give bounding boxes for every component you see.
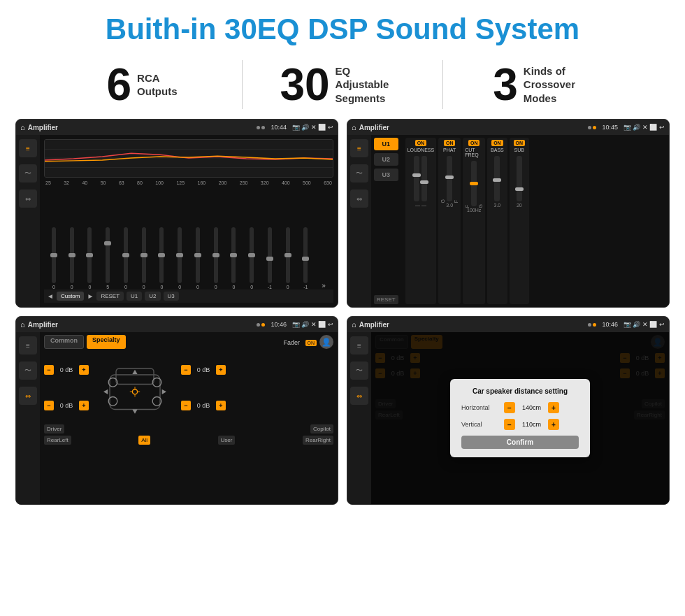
stat-crossover-number: 3 (493, 62, 518, 107)
home-icon-2[interactable]: ⌂ (352, 123, 356, 131)
eq-sidebar: ≡ 〜 ⇔ (16, 135, 40, 307)
freq-125: 125 (176, 180, 185, 185)
profile-icon[interactable]: 👤 (319, 335, 333, 349)
left-ch2-minus[interactable]: − (44, 401, 54, 410)
u1-btn[interactable]: U1 (374, 138, 398, 150)
slider-track-10[interactable] (214, 227, 218, 283)
right-ch2-minus[interactable]: − (181, 401, 191, 410)
dialog-vertical-minus[interactable]: − (504, 419, 515, 430)
eq-u3-btn[interactable]: U3 (164, 292, 179, 301)
fader-sidebar-icon-2[interactable]: 〜 (19, 361, 37, 380)
dot5 (257, 323, 260, 327)
left-ch2-plus[interactable]: + (79, 401, 89, 410)
slider-track-13[interactable] (268, 227, 272, 283)
crossover-sidebar-icon-2[interactable]: 〜 (350, 164, 368, 182)
panel-phat: ON PHAT G F 3.0 (438, 138, 461, 304)
home-icon-4[interactable]: ⌂ (352, 320, 356, 329)
cutfreq-slider-1[interactable] (471, 161, 477, 206)
page-title: Buith-in 30EQ DSP Sound System (7, 13, 678, 46)
right-ch2-plus[interactable]: + (216, 401, 226, 410)
right-ch1-plus[interactable]: + (216, 365, 226, 375)
fader-label: Fader ON (284, 335, 317, 349)
eq-sidebar-icon-1[interactable]: ≡ (19, 139, 37, 157)
dialog-vertical-label: Vertical (461, 421, 500, 428)
slider-track-6[interactable] (142, 227, 146, 283)
eq-reset-btn[interactable]: RESET (96, 292, 124, 301)
fader-sidebar-icon-1[interactable]: ≡ (19, 336, 37, 354)
eq-custom-btn[interactable]: Custom (57, 292, 85, 301)
sub-value: 20 (517, 203, 522, 208)
slider-track-9[interactable] (196, 227, 200, 283)
slider-val-3: 0 (88, 285, 91, 289)
slider-track-2[interactable] (70, 227, 74, 283)
panel-loudness: ON LOUDNESS — — (405, 138, 437, 304)
tab-common[interactable]: Common (44, 335, 84, 349)
slider-val-14: 0 (287, 285, 289, 289)
slider-track-5[interactable] (124, 227, 128, 283)
eq-u1-btn[interactable]: U1 (127, 292, 142, 301)
slider-col-2: 0 (64, 227, 80, 289)
slider-col-15: -1 (298, 227, 315, 289)
left-ch1-plus[interactable]: + (79, 365, 89, 375)
slider-val-9: 0 (196, 285, 199, 289)
reset-btn[interactable]: RESET (374, 295, 398, 304)
slider-track-12[interactable] (250, 227, 254, 283)
svg-marker-17 (103, 389, 108, 394)
slider-track-3[interactable] (87, 227, 92, 283)
crossover-sidebar-icon-1[interactable]: ≡ (350, 139, 368, 157)
sub-slider-1[interactable] (517, 156, 522, 201)
home-icon-1[interactable]: ⌂ (20, 123, 25, 131)
dialog-horizontal-value: 140cm (519, 404, 544, 411)
label-rearright[interactable]: RearRight (303, 436, 333, 445)
freq-160: 160 (198, 180, 206, 185)
label-all[interactable]: All (138, 436, 150, 445)
left-ch1-minus[interactable]: − (44, 365, 54, 375)
crossover-sidebar-icon-3[interactable]: ⇔ (350, 189, 368, 208)
eq-sidebar-icon-2[interactable]: 〜 (19, 164, 37, 182)
status-icons-1: 📷 🔊 ✕ ⬜ ↩ (292, 124, 333, 131)
slider-thumb-7 (158, 253, 165, 257)
dialog-vertical-plus[interactable]: + (548, 419, 559, 430)
slider-track-14[interactable] (286, 227, 290, 283)
label-rearleft[interactable]: RearLeft (44, 436, 71, 445)
u3-btn[interactable]: U3 (374, 169, 398, 181)
tab-specialty[interactable]: Specialty (87, 335, 126, 349)
u2-btn[interactable]: U2 (374, 153, 398, 166)
loudness-thumb-1 (412, 173, 421, 177)
distance-sidebar-icon-3[interactable]: ⇔ (350, 387, 368, 405)
phat-on[interactable]: ON (444, 140, 456, 146)
distance-sidebar-icon-1[interactable]: ≡ (350, 336, 368, 354)
eq-sidebar-icon-3[interactable]: ⇔ (19, 189, 37, 208)
eq-next-btn[interactable]: ► (87, 292, 94, 300)
dialog-horizontal-plus[interactable]: + (548, 402, 559, 413)
slider-track-7[interactable] (159, 227, 164, 283)
arrow-right-icon[interactable]: » (322, 282, 326, 289)
slider-track-11[interactable] (231, 227, 236, 283)
bass-slider-1[interactable] (494, 156, 500, 201)
dialog-vertical-row: Vertical − 110cm + (461, 419, 579, 430)
bass-on[interactable]: ON (491, 140, 503, 146)
eq-u2-btn[interactable]: U2 (145, 292, 160, 301)
right-ch1-minus[interactable]: − (181, 365, 191, 375)
eq-prev-btn[interactable]: ◄ (47, 292, 54, 300)
fader-sidebar-icon-3[interactable]: ⇔ (19, 387, 37, 405)
sub-on[interactable]: ON (514, 140, 526, 146)
label-user[interactable]: User (218, 436, 236, 445)
slider-track-1[interactable] (52, 227, 56, 283)
home-icon-3[interactable]: ⌂ (20, 320, 25, 329)
loudness-slider-1[interactable] (414, 156, 419, 201)
dialog-horizontal-minus[interactable]: − (504, 402, 515, 413)
fader-sidebar: ≡ 〜 ⇔ (16, 332, 40, 504)
slider-track-4[interactable] (106, 227, 110, 283)
time-4: 10:46 (602, 321, 618, 328)
slider-track-8[interactable] (178, 227, 182, 283)
loudness-slider-2[interactable] (421, 156, 427, 201)
label-copilot[interactable]: Copilot (310, 424, 333, 434)
cutfreq-on[interactable]: ON (468, 140, 480, 146)
loudness-on[interactable]: ON (415, 140, 427, 146)
confirm-button[interactable]: Confirm (461, 436, 579, 449)
distance-sidebar-icon-2[interactable]: 〜 (350, 361, 368, 380)
phat-slider-1[interactable] (447, 156, 452, 201)
label-driver[interactable]: Driver (44, 424, 64, 434)
slider-track-15[interactable] (303, 227, 308, 283)
